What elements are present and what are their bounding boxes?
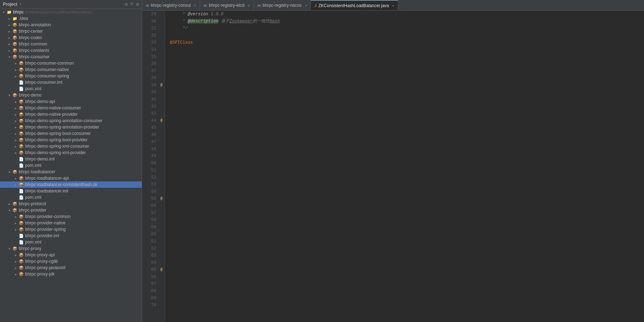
ln-52: 52 — [142, 174, 156, 181]
tree-item-loadbalancer-consistenthash-zk[interactable]: ▸ 📦 bhrpc-loadbalancer-consistenthash-zk — [0, 181, 142, 188]
tree-item-center[interactable]: ▸ 📦 bhrpc-center — [0, 28, 142, 34]
tab-close-etcd[interactable]: × — [248, 3, 250, 7]
tree-item-protocol[interactable]: ▸ 📦 bhrpc-protocol — [0, 201, 142, 207]
tree-item-demo-spring-xml-provider[interactable]: ▸ 📦 bhrpc-demo-spring-xml-provider — [0, 149, 142, 156]
module-icon-common: 📦 — [12, 41, 18, 47]
code-content[interactable]: 29 30 31 32 33 34 35 36 37 38 39 40 41 4… — [142, 11, 644, 322]
tab-registry-etcd[interactable]: m bhrpc-registry-etcd × — [200, 0, 254, 11]
tree-label-constants: bhrpc-constants — [19, 48, 49, 53]
tree-label-demo-pom: pom.xml — [25, 163, 41, 168]
tree-label-loadbalancer-api: bhrpc-loadbalancer-api — [25, 176, 69, 181]
tree-item-demo-spring-boot-provider[interactable]: ▸ 📦 bhrpc-demo-spring-boot-provider — [0, 137, 142, 143]
tree-item-proxy-api[interactable]: ▸ 📦 bhrpc-proxy-api — [0, 252, 142, 258]
tree-item-provider-common[interactable]: ▸ 📦 bhrpc-provider-common — [0, 213, 142, 220]
tree-label-proxy: bhrpc-proxy — [19, 246, 41, 251]
collapse-icon[interactable]: ≡ — [130, 1, 133, 7]
tree-path-bhrpc: D:\Workspaces\myself\rpc\bhrpc\bhrpc — [25, 10, 92, 14]
ln-39: 39 — [142, 82, 156, 89]
tree-root-bhrpc[interactable]: ▾ 📁 bhrpc D:\Workspaces\myself\rpc\bhrpc… — [0, 9, 142, 15]
ln-30: 30 — [142, 18, 156, 25]
tree-item-demo[interactable]: ▾ 📦 bhrpc-demo — [0, 92, 142, 98]
tree-item-constants[interactable]: ▸ 📦 bhrpc-constants — [0, 47, 142, 54]
tree-item-consumer-common[interactable]: ▸ 📦 bhrpc-consumer-common — [0, 60, 142, 66]
gc-41 — [158, 96, 164, 103]
tree-item-consumer-iml[interactable]: ▸ 📄 bhrpc-consumer.iml — [0, 79, 142, 86]
tree-item-demo-spring-boot-consumer[interactable]: ▸ 📦 bhrpc-demo-spring-boot-consumer — [0, 130, 142, 137]
tree-item-consumer-spring[interactable]: ▸ 📦 bhrpc-consumer-spring — [0, 73, 142, 79]
ln-61: 61 — [142, 238, 156, 245]
ln-34: 34 — [142, 46, 156, 53]
ln-40: 40 — [142, 89, 156, 96]
settings-icon[interactable]: ⚙ — [125, 1, 128, 7]
arrow-codec: ▸ — [6, 36, 12, 40]
tab-icon-etcd: m — [204, 3, 207, 7]
arrow-provider: ▾ — [6, 208, 12, 212]
arrow-demo-spring-boot-provider: ▸ — [13, 138, 18, 142]
tree-item-provider-native[interactable]: ▸ 📦 bhrpc-provider-native — [0, 220, 142, 226]
gc-61 — [158, 238, 164, 245]
tree-item-loadbalancer-iml[interactable]: ▸ 📄 bhrpc-loadbalancer.iml — [0, 188, 142, 194]
tree-item-proxy[interactable]: ▾ 📦 bhrpc-proxy — [0, 245, 142, 252]
gear-icon[interactable]: ⚙ — [136, 1, 139, 7]
tree-item-consumer-pom[interactable]: ▸ 📄 pom.xml — [0, 86, 142, 92]
line-numbers: 29 30 31 32 33 34 35 36 37 38 39 40 41 4… — [142, 11, 158, 322]
tree-item-demo-api[interactable]: ▸ 📦 bhrpc-demo-api — [0, 98, 142, 105]
ln-57: 57 — [142, 209, 156, 217]
tree-item-common[interactable]: ▸ 📦 bhrpc-common — [0, 41, 142, 47]
tree-item-demo-pom[interactable]: ▸ 📄 pom.xml — [0, 162, 142, 169]
gc-66 — [158, 273, 164, 280]
tab-registry-nacos[interactable]: m bhrpc-registry-nacos × — [254, 0, 311, 11]
sidebar[interactable]: Project ▾ ⚙ ≡ ⚙ ▾ 📁 bhrpc D:\Workspaces\… — [0, 0, 142, 322]
module-icon-demo-spring-xml-provider: 📦 — [18, 150, 24, 155]
tree-item-consumer[interactable]: ▾ 📦 bhrpc-consumer — [0, 54, 142, 60]
module-icon-bhrpc: 📁 — [6, 9, 12, 15]
tree-item-provider-spring[interactable]: ▸ 📦 bhrpc-provider-spring — [0, 226, 142, 233]
tree-item-codec[interactable]: ▸ 📦 bhrpc-codec — [0, 34, 142, 41]
tree-label-provider: bhrpc-provider — [19, 208, 46, 213]
module-icon-demo-api: 📦 — [18, 99, 24, 104]
tab-close-consul[interactable]: × — [194, 3, 196, 7]
tree-label-center: bhrpc-center — [19, 29, 43, 34]
tree-item-demo-spring-annotation-provider[interactable]: ▸ 📦 bhrpc-demo-spring-annotation-provide… — [0, 124, 142, 130]
tree-item-demo-spring-annotation-consumer[interactable]: ▸ 📦 bhrpc-demo-spring-annotation-consume… — [0, 118, 142, 124]
tab-registry-consul[interactable]: m bhrpc-registry-consul × — [142, 0, 200, 11]
ln-38: 38 — [142, 75, 156, 82]
module-icon-demo: 📦 — [12, 92, 18, 98]
gc-43 — [158, 110, 164, 117]
gc-39: @ — [158, 82, 164, 89]
tree-item-annotation[interactable]: ▸ 📦 bhrpc-annotation — [0, 22, 142, 28]
tab-label-zk: ZKConsistentHashLoadBalancer.java — [318, 3, 389, 8]
tree-item-demo-iml[interactable]: ▸ 📄 bhrpc-demo.iml — [0, 156, 142, 162]
gc-52 — [158, 174, 164, 181]
code-editor-lines[interactable]: * @version 1.0.0 * @description 基于Zookee… — [165, 11, 644, 322]
tab-close-nacos[interactable]: × — [305, 3, 307, 7]
gc-45 — [158, 124, 164, 131]
gc-42 — [158, 103, 164, 110]
arrow-consumer-spring: ▸ — [13, 74, 18, 78]
tree-item-proxy-javassist[interactable]: ▸ 📦 bhrpc-proxy-javassist — [0, 264, 142, 271]
tree-item-demo-spring-xml-consumer[interactable]: ▸ 📦 bhrpc-demo-spring-xml-consumer — [0, 143, 142, 149]
tree-item-consumer-native[interactable]: ▸ 📦 bhrpc-consumer-native — [0, 66, 142, 73]
arrow-loadbalancer: ▾ — [6, 170, 12, 174]
tree-item-loadbalancer[interactable]: ▾ 📦 bhrpc-loadbalancer — [0, 169, 142, 175]
module-icon-provider-native: 📦 — [18, 220, 24, 226]
tab-label-etcd: bhrpc-registry-etcd — [209, 3, 244, 8]
ln-56: 56 — [142, 202, 156, 209]
tree-item-provider-pom[interactable]: ▸ 📄 pom.xml — [0, 239, 142, 245]
tree-item-demo-native-consumer[interactable]: ▸ 📦 bhrpc-demo-native-consumer — [0, 105, 142, 111]
tree-item-loadbalancer-pom[interactable]: ▸ 📄 pom.xml — [0, 194, 142, 201]
tree-item-provider-iml[interactable]: ▸ 📄 bhrpc-provider.iml — [0, 233, 142, 239]
tab-zk-consistent-hash[interactable]: J ZKConsistentHashLoadBalancer.java × — [311, 0, 398, 11]
tree-item-provider[interactable]: ▾ 📦 bhrpc-provider — [0, 207, 142, 213]
xml-icon-loadbalancer: 📄 — [18, 195, 24, 200]
tree-item-demo-native-provider[interactable]: ▸ 📦 bhrpc-demo-native-provider — [0, 111, 142, 118]
arrow-idea: ▸ — [6, 17, 12, 21]
tree-label-proxy-api: bhrpc-proxy-api — [25, 252, 55, 257]
tree-item-idea[interactable]: ▸ 📁 .idea — [0, 15, 142, 22]
tree-item-proxy-jdk[interactable]: ▸ 📦 bhrpc-proxy-jdk — [0, 271, 142, 277]
tab-close-zk[interactable]: × — [392, 4, 394, 8]
tree-item-proxy-cglib[interactable]: ▸ 📦 bhrpc-proxy-cglib — [0, 258, 142, 264]
ln-45: 45 — [142, 124, 156, 131]
ln-46: 46 — [142, 131, 156, 138]
tree-item-loadbalancer-api[interactable]: ▸ 📦 bhrpc-loadbalancer-api — [0, 175, 142, 181]
